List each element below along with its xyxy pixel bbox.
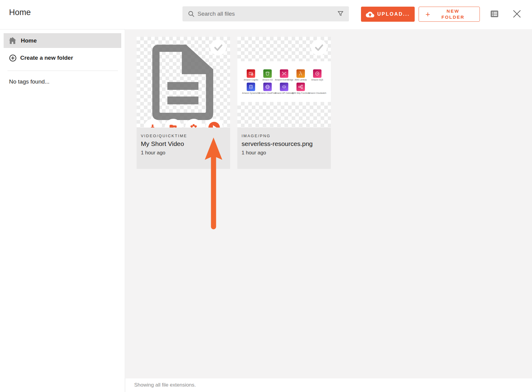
footer-bar: Showing all file extensions.: [125, 378, 532, 392]
aws-service: Amazon DynamoDB: [243, 83, 259, 94]
create-new-folder-label: Create a new folder: [20, 55, 73, 61]
aws-service: Amazon SQS: [309, 69, 326, 81]
aws-service: AWS Step Functions: [293, 83, 309, 94]
list-view-toggle-button[interactable]: [490, 10, 499, 18]
aws-sqs-icon: [313, 69, 321, 78]
aws-step-functions-icon: [296, 83, 305, 91]
aws-service: Amazon API Gateway: [276, 83, 293, 94]
header: Home UPLOAD... + NEW FOLDER: [0, 0, 532, 29]
file-meta: VIDEO/QUICKTIME My Short Video 1 hour ag…: [137, 128, 230, 169]
aws-service: AWS Lambda: [293, 69, 309, 81]
cloud-upload-icon: [366, 11, 374, 17]
aws-eventbridge-icon: [280, 69, 288, 78]
aws-cloudwatch-icon: [313, 83, 321, 91]
home-icon: [8, 37, 17, 44]
page-title: Home: [9, 8, 31, 17]
file-time: 1 hour ago: [242, 150, 327, 156]
file-title: serverless-resources.png: [242, 140, 327, 147]
search-input[interactable]: [195, 11, 337, 17]
close-button[interactable]: [512, 9, 521, 19]
aws-dynamodb-icon: [247, 83, 255, 91]
search-icon: [187, 10, 195, 18]
sidebar-item-home[interactable]: Home: [4, 33, 121, 48]
aws-service: Amazon CloudFront: [259, 83, 276, 94]
select-check-badge[interactable]: [311, 40, 327, 55]
image-thumbnail[interactable]: Amazon Cognito Amazon S3 Amazon EventBri…: [237, 37, 331, 128]
aws-s3-icon: [263, 69, 272, 78]
sidebar: Home Create a new folder No tags found..…: [0, 29, 125, 392]
filter-icon[interactable]: [337, 10, 344, 17]
aws-cloudfront-icon: [263, 83, 272, 91]
upload-button[interactable]: UPLOAD...: [361, 7, 415, 22]
aws-lambda-icon: [296, 69, 305, 78]
file-card-video[interactable]: VIDEO/QUICKTIME My Short Video 1 hour ag…: [137, 37, 230, 169]
circled-plus-icon: [9, 54, 17, 62]
file-grid: VIDEO/QUICKTIME My Short Video 1 hour ag…: [125, 29, 532, 378]
document-icon: [152, 45, 213, 120]
sidebar-item-home-label: Home: [21, 37, 37, 44]
aws-service: Amazon EventBridge: [276, 69, 293, 81]
file-time: 1 hour ago: [141, 150, 226, 156]
check-icon: [315, 44, 324, 51]
plus-icon: +: [426, 10, 430, 18]
aws-service: Amazon Cloudwatch: [309, 83, 326, 94]
file-title: My Short Video: [141, 140, 226, 147]
file-card-image[interactable]: Amazon Cognito Amazon S3 Amazon EventBri…: [237, 37, 331, 169]
close-icon: [512, 9, 521, 18]
aws-service: Amazon S3: [259, 69, 276, 81]
new-folder-button-label: NEW FOLDER: [430, 8, 478, 20]
upload-button-label: UPLOAD...: [377, 11, 410, 17]
select-check-badge[interactable]: [210, 40, 226, 55]
file-type-label: VIDEO/QUICKTIME: [141, 134, 226, 138]
image-preview: Amazon Cognito Amazon S3 Amazon EventBri…: [237, 61, 331, 102]
aws-service: Amazon Cognito: [243, 69, 259, 81]
check-icon: [214, 44, 223, 51]
list-view-icon: [490, 10, 499, 17]
extensions-status-text: Showing all file extensions.: [134, 382, 196, 388]
sidebar-divider: [8, 71, 118, 71]
create-new-folder-button[interactable]: Create a new folder: [4, 51, 121, 65]
video-thumbnail[interactable]: [137, 37, 230, 128]
aws-cognito-icon: [247, 69, 255, 78]
file-type-label: IMAGE/PNG: [242, 134, 327, 138]
file-meta: IMAGE/PNG serverless-resources.png 1 hou…: [237, 128, 331, 169]
new-folder-button[interactable]: + NEW FOLDER: [419, 7, 480, 22]
search-bar[interactable]: [182, 6, 349, 21]
aws-api-gateway-icon: [280, 83, 288, 91]
no-tags-message: No tags found...: [9, 78, 49, 85]
